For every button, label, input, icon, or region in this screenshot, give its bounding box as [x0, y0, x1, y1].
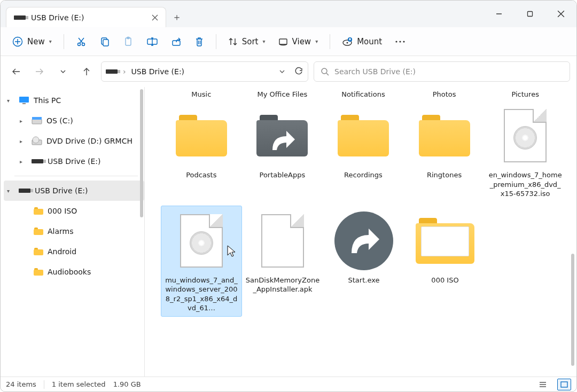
tab-close-button[interactable] — [152, 14, 158, 21]
details-view-button[interactable] — [536, 379, 550, 390]
window-controls — [484, 1, 576, 27]
cut-button[interactable] — [71, 31, 92, 52]
search-placeholder: Search USB Drive (E:) — [334, 67, 416, 76]
collapse-icon[interactable]: ▾ — [7, 98, 14, 104]
address-bar[interactable]: › USB Drive (E:) — [101, 61, 308, 82]
new-tab-button[interactable]: ＋ — [166, 7, 188, 27]
tree-label: DVD Drive (D:) GRMCH — [46, 137, 132, 145]
tree-item-android[interactable]: Android — [4, 241, 144, 262]
tree-item-alarms[interactable]: Alarms — [4, 221, 144, 241]
svg-point-23 — [33, 137, 39, 143]
folder-item-portableapps[interactable]: PortableApps — [242, 100, 323, 202]
tree-item-this-pc[interactable]: ▾ This PC — [4, 90, 144, 111]
folder-item-000-iso[interactable]: 000 ISO — [404, 206, 486, 317]
maximize-button[interactable] — [514, 1, 545, 27]
sort-button[interactable]: Sort ▾ — [223, 31, 271, 52]
new-button[interactable]: New ▾ — [7, 31, 57, 52]
folder-item-recordings[interactable]: Recordings — [323, 100, 404, 202]
file-item-sandisk-apk[interactable]: SanDiskMemoryZone_AppInstaller.apk — [242, 206, 323, 317]
svg-rect-5 — [103, 40, 108, 46]
file-list[interactable]: Music My Office Files Notifications Phot… — [145, 87, 576, 377]
item-name: mu_windows_7_and_windows_server_2008_r2_… — [164, 276, 239, 313]
close-button[interactable] — [545, 1, 576, 27]
icons-view-button[interactable] — [557, 379, 571, 390]
tree-item-usb-e[interactable]: ▾ USB Drive (E:) — [4, 181, 144, 201]
search-input[interactable]: Search USB Drive (E:) — [314, 61, 570, 82]
chevron-down-icon[interactable] — [279, 68, 285, 75]
copy-button[interactable] — [94, 31, 115, 52]
svg-point-17 — [322, 68, 327, 74]
item-label: Pictures — [485, 90, 566, 100]
tree-label: Alarms — [48, 227, 74, 236]
share-button[interactable] — [166, 31, 187, 52]
tab-title: USB Drive (E:) — [31, 13, 84, 22]
item-name: Ringtones — [407, 170, 482, 180]
scrollbar[interactable] — [571, 254, 574, 366]
rename-button[interactable] — [141, 31, 163, 52]
scrollbar[interactable] — [140, 89, 143, 217]
tree-label: Audiobooks — [48, 268, 91, 276]
view-label: View — [292, 37, 311, 46]
address-path: USB Drive (E:) — [131, 67, 184, 76]
item-label: Photos — [404, 90, 485, 100]
shortcut-arrow-icon — [267, 126, 297, 155]
active-tab[interactable]: USB Drive (E:) — [6, 7, 166, 27]
new-label: New — [27, 37, 45, 46]
expand-icon[interactable]: ▸ — [20, 159, 27, 164]
status-size: 1.90 GB — [113, 380, 141, 388]
tree-item-os-c[interactable]: ▸ OS (C:) — [4, 111, 144, 131]
minimize-button[interactable] — [484, 1, 514, 27]
expand-icon[interactable]: ▸ — [20, 118, 27, 124]
more-button[interactable] — [389, 31, 411, 52]
usb-drive-icon — [14, 15, 26, 20]
tree-label: 000 ISO — [48, 207, 77, 215]
mount-button[interactable]: Mount — [337, 31, 387, 52]
usb-drive-icon — [32, 159, 43, 163]
item-label: Music — [161, 90, 242, 100]
drive-icon — [32, 116, 42, 125]
svg-rect-18 — [19, 97, 29, 103]
file-item-mu-windows-7[interactable]: mu_windows_7_and_windows_server_2008_r2_… — [161, 206, 242, 317]
folder-icon — [34, 268, 43, 276]
view-button[interactable]: View ▾ — [273, 31, 324, 52]
item-name: 000 ISO — [408, 276, 482, 285]
svg-point-14 — [396, 41, 397, 42]
svg-point-3 — [82, 43, 84, 45]
chevron-down-icon: ▾ — [315, 38, 318, 44]
tree-label: This PC — [34, 96, 61, 105]
up-button[interactable] — [77, 62, 96, 81]
tree-item-dvd-d[interactable]: ▸ DVD Drive (D:) GRMCH — [4, 131, 144, 151]
item-name: Podcasts — [164, 170, 239, 180]
paste-button[interactable] — [118, 31, 139, 52]
back-button[interactable] — [7, 62, 25, 81]
file-item-start-exe[interactable]: Start.exe — [323, 206, 404, 317]
folder-icon — [338, 115, 389, 156]
folder-icon — [419, 115, 470, 156]
tree-item-000-iso[interactable]: 000 ISO — [4, 201, 144, 221]
collapse-icon[interactable]: ▾ — [7, 188, 14, 194]
mount-label: Mount — [357, 37, 382, 46]
status-selection: 1 item selected — [52, 380, 106, 388]
sort-label: Sort — [242, 37, 259, 46]
file-icon — [261, 214, 304, 268]
tree-item-usb-e-top[interactable]: ▸ USB Drive (E:) — [4, 151, 144, 171]
item-name: Recordings — [326, 170, 401, 180]
svg-rect-21 — [32, 117, 42, 120]
delete-button[interactable] — [189, 31, 209, 52]
folder-item-ringtones[interactable]: Ringtones — [404, 100, 485, 202]
label-row: Music My Office Files Notifications Phot… — [161, 90, 566, 100]
folder-icon — [176, 115, 227, 156]
chevron-down-icon: ▾ — [49, 38, 52, 44]
folder-item-podcasts[interactable]: Podcasts — [161, 100, 242, 202]
item-name: Start.exe — [326, 276, 401, 285]
recent-locations-button[interactable] — [54, 62, 72, 81]
expand-icon[interactable]: ▸ — [20, 138, 27, 144]
forward-button[interactable] — [30, 62, 49, 81]
svg-rect-20 — [32, 119, 42, 124]
svg-point-15 — [400, 41, 401, 42]
svg-rect-10 — [279, 39, 287, 44]
tree-item-audiobooks[interactable]: Audiobooks — [4, 262, 144, 282]
monitor-icon — [19, 96, 29, 105]
refresh-button[interactable] — [294, 67, 303, 76]
file-item-win7-iso[interactable]: en_windows_7_home_premium_x86_dvd_x15-65… — [485, 100, 566, 202]
